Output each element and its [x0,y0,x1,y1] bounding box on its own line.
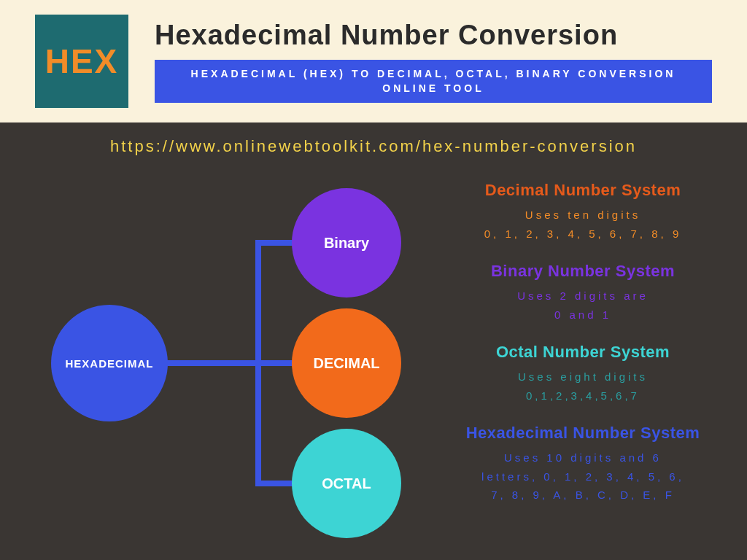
connector-line [255,240,296,246]
hex-logo: HEX [35,15,128,108]
node-label: DECIMAL [313,355,379,372]
decimal-node: DECIMAL [292,308,401,418]
node-label: HEXADECIMAL [65,357,153,370]
conversion-diagram: HEXADECIMAL Binary DECIMAL OCTAL [51,188,416,538]
content-area: https://www.onlinewebtoolkit.com/hex-num… [0,122,747,560]
connector-line [255,481,296,486]
subtitle-bar: HEXADECIMAL (HEX) TO DECIMAL, OCTAL, BIN… [155,60,712,103]
page-title: Hexadecimal Number Conversion [155,20,712,51]
system-title: Hexadecimal Number System [448,424,718,443]
system-title: Octal Number System [448,343,718,362]
tool-url: https://www.onlinewebtoolkit.com/hex-num… [29,137,718,156]
decimal-info: Decimal Number System Uses ten digits 0,… [448,181,718,243]
binary-info: Binary Number System Uses 2 digits are 0… [448,262,718,324]
binary-node: Binary [292,188,401,298]
system-desc: Uses ten digits 0, 1, 2, 3, 4, 5, 6, 7, … [448,206,718,243]
systems-info: Decimal Number System Uses ten digits 0,… [448,181,718,524]
hex-info: Hexadecimal Number System Uses 10 digits… [448,424,718,505]
octal-info: Octal Number System Uses eight digits 0,… [448,343,718,405]
logo-text: HEX [45,42,119,81]
system-title: Binary Number System [448,262,718,281]
header: HEX Hexadecimal Number Conversion HEXADE… [0,0,747,122]
hexadecimal-node: HEXADECIMAL [51,305,168,421]
node-label: Binary [324,235,369,252]
octal-node: OCTAL [292,429,401,538]
title-block: Hexadecimal Number Conversion HEXADECIMA… [155,20,712,103]
connector-line [255,240,261,486]
system-title: Decimal Number System [448,181,718,200]
node-label: OCTAL [322,475,371,492]
system-desc: Uses 10 digits and 6 letters, 0, 1, 2, 3… [448,448,718,505]
connector-line [166,360,295,366]
system-desc: Uses eight digits 0,1,2,3,4,5,6,7 [448,368,718,405]
system-desc: Uses 2 digits are 0 and 1 [448,287,718,324]
